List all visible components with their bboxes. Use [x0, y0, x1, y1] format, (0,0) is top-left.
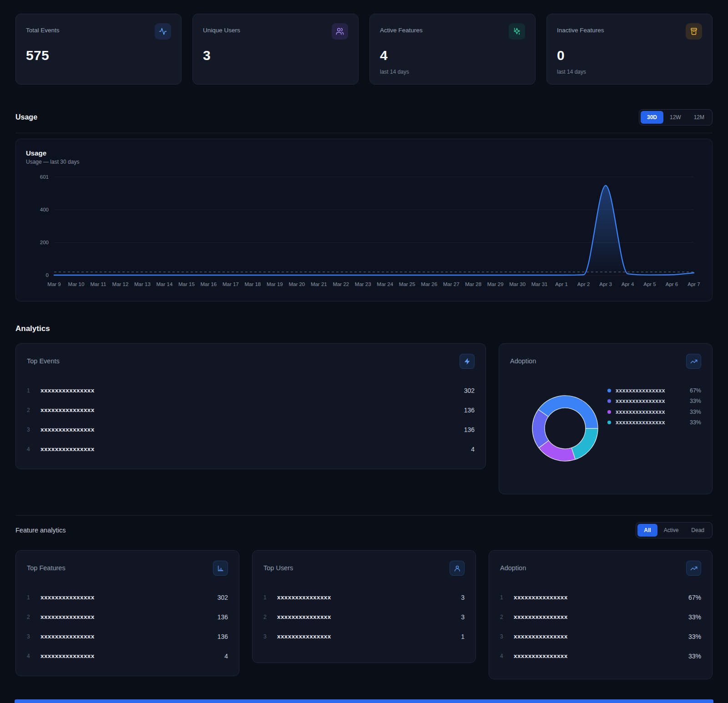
row-rank: 2 — [27, 407, 40, 413]
legend-label: xxxxxxxxxxxxxxx — [616, 398, 665, 404]
row-rank: 3 — [27, 633, 40, 640]
svg-text:Apr 7: Apr 7 — [688, 281, 700, 287]
features-cards-row: Top Features 1xxxxxxxxxxxxxxx3022xxxxxxx… — [15, 550, 713, 679]
legend-label: xxxxxxxxxxxxxxx — [616, 387, 665, 394]
row-value: 33% — [688, 613, 701, 621]
legend-value: 33% — [690, 409, 701, 415]
list-item: 2xxxxxxxxxxxxxxx33% — [500, 607, 701, 627]
usage-card-subtitle: Usage — last 30 days — [26, 159, 702, 165]
svg-text:Mar 16: Mar 16 — [200, 281, 217, 287]
stat-value: 3 — [203, 48, 348, 63]
list-item: 1xxxxxxxxxxxxxxx302 — [27, 588, 228, 607]
filter-all-button[interactable]: All — [637, 524, 657, 537]
list-item: 4xxxxxxxxxxxxxxx4 — [27, 439, 475, 459]
row-value: 4 — [224, 653, 228, 660]
top-features-title: Top Features — [27, 561, 66, 572]
list-item: 2xxxxxxxxxxxxxxx136 — [27, 607, 228, 627]
stat-sublabel: last 14 days — [380, 69, 525, 75]
legend-label: xxxxxxxxxxxxxxx — [616, 419, 665, 426]
stat-card-total-events: Total Events 575 — [15, 14, 182, 85]
feature-adoption-title: Adoption — [500, 561, 526, 572]
legend-item: xxxxxxxxxxxxxxx67% — [607, 385, 701, 396]
stat-label: Active Features — [380, 23, 423, 34]
sparkles-icon — [509, 23, 525, 40]
stat-sublabel: last 14 days — [557, 69, 702, 75]
features-filter-toggle: All Active Dead — [636, 522, 713, 538]
svg-text:Apr 1: Apr 1 — [555, 281, 568, 287]
filter-dead-button[interactable]: Dead — [685, 524, 711, 537]
svg-text:Mar 9: Mar 9 — [47, 281, 61, 287]
row-rank: 4 — [500, 653, 514, 659]
analytics-cards-row: Top Events 1xxxxxxxxxxxxxxx3022xxxxxxxxx… — [15, 343, 713, 494]
svg-text:Mar 29: Mar 29 — [487, 281, 504, 287]
list-item: 4xxxxxxxxxxxxxxx4 — [27, 646, 228, 666]
row-label: xxxxxxxxxxxxxxx — [514, 633, 688, 640]
top-users-title: Top Users — [263, 561, 293, 572]
usage-range-toggle: 30D 12W 12M — [639, 109, 713, 126]
adoption-card: Adoption xxxxxxxxxxxxxxx67%xxxxxxxxxxxxx… — [499, 343, 713, 494]
features-heading: Feature analytics — [15, 527, 66, 534]
feature-adoption-card: Adoption 1xxxxxxxxxxxxxxx67%2xxxxxxxxxxx… — [489, 550, 713, 679]
svg-text:Mar 12: Mar 12 — [112, 281, 129, 287]
top-events-card: Top Events 1xxxxxxxxxxxxxxx3022xxxxxxxxx… — [15, 343, 486, 469]
list-item: 1xxxxxxxxxxxxxxx67% — [500, 588, 701, 607]
row-label: xxxxxxxxxxxxxxx — [40, 613, 217, 620]
list-item: 2xxxxxxxxxxxxxxx3 — [263, 607, 465, 627]
activity-icon — [155, 23, 171, 40]
legend-label: xxxxxxxxxxxxxxx — [616, 409, 665, 415]
top-users-list: 1xxxxxxxxxxxxxxx32xxxxxxxxxxxxxxx33xxxxx… — [263, 588, 465, 646]
list-item: 4xxxxxxxxxxxxxxx33% — [500, 646, 701, 666]
section-divider — [15, 133, 713, 133]
svg-text:Apr 2: Apr 2 — [577, 281, 590, 287]
bar-chart-icon — [213, 561, 228, 576]
row-rank: 1 — [263, 594, 277, 601]
range-12m-button[interactable]: 12M — [688, 111, 711, 124]
range-12w-button[interactable]: 12W — [663, 111, 688, 124]
svg-text:Mar 13: Mar 13 — [134, 281, 151, 287]
row-rank: 2 — [27, 614, 40, 620]
stat-card-inactive-features: Inactive Features 0 last 14 days — [546, 14, 713, 85]
legend-value: 33% — [690, 419, 701, 426]
trending-up-icon — [686, 354, 701, 369]
row-label: xxxxxxxxxxxxxxx — [514, 613, 688, 620]
row-label: xxxxxxxxxxxxxxx — [40, 387, 464, 394]
row-label: xxxxxxxxxxxxxxx — [40, 633, 217, 640]
svg-text:Mar 14: Mar 14 — [157, 281, 173, 287]
legend-dot — [607, 410, 611, 414]
row-label: xxxxxxxxxxxxxxx — [40, 446, 471, 452]
svg-text:Mar 19: Mar 19 — [267, 281, 283, 287]
legend-item: xxxxxxxxxxxxxxx33% — [607, 417, 701, 428]
row-value: 136 — [217, 633, 228, 640]
svg-text:400: 400 — [40, 207, 49, 212]
svg-text:Mar 10: Mar 10 — [68, 281, 85, 287]
filter-active-button[interactable]: Active — [657, 524, 685, 537]
list-item: 1xxxxxxxxxxxxxxx302 — [27, 381, 475, 400]
user-icon — [450, 561, 465, 576]
row-rank: 1 — [27, 387, 40, 394]
legend-dot — [607, 399, 611, 403]
stat-value: 575 — [26, 48, 171, 63]
row-rank: 3 — [263, 633, 277, 640]
svg-text:Apr 5: Apr 5 — [643, 281, 656, 287]
stat-card-unique-users: Unique Users 3 — [192, 14, 359, 85]
svg-text:200: 200 — [40, 240, 49, 245]
row-rank: 4 — [27, 653, 40, 659]
usage-line-chart: 0200400601Mar 9Mar 10Mar 11Mar 12Mar 13M… — [26, 171, 701, 291]
row-value: 33% — [688, 653, 701, 660]
stat-label: Inactive Features — [557, 23, 604, 34]
list-item: 3xxxxxxxxxxxxxxx1 — [263, 627, 465, 646]
row-rank: 4 — [27, 446, 40, 452]
row-rank: 1 — [500, 594, 514, 601]
row-value: 3 — [461, 613, 465, 621]
legend-value: 67% — [690, 387, 701, 394]
section-divider — [15, 515, 713, 516]
stat-value: 0 — [557, 48, 702, 63]
svg-text:Mar 17: Mar 17 — [222, 281, 239, 287]
row-value: 67% — [688, 594, 701, 601]
row-label: xxxxxxxxxxxxxxx — [40, 407, 464, 413]
row-value: 3 — [461, 594, 465, 601]
range-30d-button[interactable]: 30D — [641, 111, 663, 124]
row-value: 136 — [464, 426, 475, 433]
svg-text:Mar 23: Mar 23 — [355, 281, 371, 287]
svg-text:Mar 30: Mar 30 — [509, 281, 526, 287]
